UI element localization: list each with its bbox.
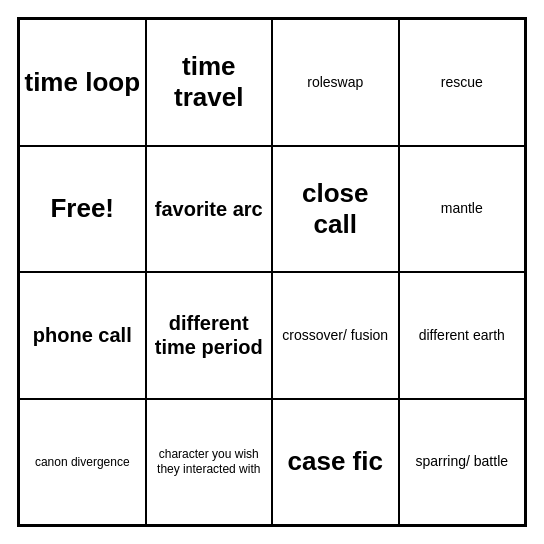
bingo-cell-c1: time loop bbox=[19, 19, 146, 146]
bingo-cell-c7: close call bbox=[272, 146, 399, 273]
cell-text-c3: roleswap bbox=[307, 74, 363, 91]
cell-text-c4: rescue bbox=[441, 74, 483, 91]
bingo-cell-c15: case fic bbox=[272, 399, 399, 526]
cell-text-c7: close call bbox=[277, 178, 394, 240]
cell-text-c14: character you wish they interacted with bbox=[151, 447, 268, 476]
cell-text-c12: different earth bbox=[419, 327, 505, 344]
bingo-cell-c4: rescue bbox=[399, 19, 526, 146]
bingo-cell-c5: Free! bbox=[19, 146, 146, 273]
cell-text-c2: time travel bbox=[151, 51, 268, 113]
cell-text-c9: phone call bbox=[33, 323, 132, 347]
bingo-board: time looptime travelroleswaprescueFree!f… bbox=[17, 17, 527, 527]
cell-text-c6: favorite arc bbox=[155, 197, 263, 221]
bingo-cell-c8: mantle bbox=[399, 146, 526, 273]
bingo-cell-c12: different earth bbox=[399, 272, 526, 399]
bingo-cell-c6: favorite arc bbox=[146, 146, 273, 273]
cell-text-c15: case fic bbox=[288, 446, 383, 477]
cell-text-c8: mantle bbox=[441, 200, 483, 217]
bingo-cell-c9: phone call bbox=[19, 272, 146, 399]
cell-text-c13: canon divergence bbox=[35, 455, 130, 469]
bingo-cell-c11: crossover/ fusion bbox=[272, 272, 399, 399]
bingo-cell-c13: canon divergence bbox=[19, 399, 146, 526]
bingo-cell-c16: sparring/ battle bbox=[399, 399, 526, 526]
cell-text-c10: different time period bbox=[151, 311, 268, 359]
bingo-cell-c2: time travel bbox=[146, 19, 273, 146]
bingo-cell-c14: character you wish they interacted with bbox=[146, 399, 273, 526]
cell-text-c5: Free! bbox=[50, 193, 114, 224]
bingo-cell-c3: roleswap bbox=[272, 19, 399, 146]
cell-text-c16: sparring/ battle bbox=[415, 453, 508, 470]
bingo-cell-c10: different time period bbox=[146, 272, 273, 399]
cell-text-c11: crossover/ fusion bbox=[282, 327, 388, 344]
cell-text-c1: time loop bbox=[24, 67, 140, 98]
